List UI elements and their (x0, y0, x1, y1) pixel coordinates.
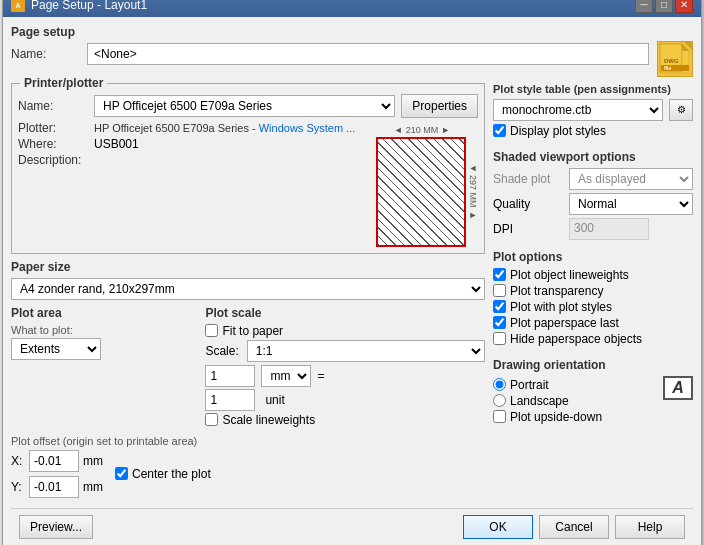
plotter-preview-row: Plotter: HP Officejet 6500 E709a Series … (18, 121, 478, 247)
x-unit: mm (83, 454, 103, 468)
quality-row: Quality Normal (493, 193, 693, 215)
scale-value-row: mm = (205, 365, 485, 387)
center-plot-row: Center the plot (115, 467, 211, 481)
minimize-button[interactable]: ─ (635, 0, 653, 13)
cancel-button[interactable]: Cancel (539, 515, 609, 539)
plot-scale-label: Plot scale (205, 306, 485, 320)
quality-label: Quality (493, 197, 563, 211)
paper-size-select[interactable]: A4 zonder rand, 210x297mm (11, 278, 485, 300)
y-label: Y: (11, 480, 25, 494)
properties-button[interactable]: Properties (401, 94, 478, 118)
name-field[interactable]: <None> (87, 43, 649, 65)
plot-transparency-checkbox[interactable] (493, 284, 506, 297)
printer-section-content: Name: HP Officejet 6500 E709a Series Pro… (18, 94, 478, 247)
printer-name-row: Name: HP Officejet 6500 E709a Series Pro… (18, 94, 478, 118)
drawing-orientation-label: Drawing orientation (493, 358, 693, 372)
preview-button[interactable]: Preview... (19, 515, 93, 539)
where-value: USB001 (94, 137, 139, 151)
preview-width-label: ◄ 210 MM ► (366, 125, 478, 135)
plotter-value: HP Officejet 6500 E709a Series - Windows… (94, 122, 355, 134)
svg-text:DWG: DWG (664, 58, 679, 64)
hide-paperspace-label: Hide paperspace objects (510, 332, 642, 346)
help-button[interactable]: Help (615, 515, 685, 539)
plot-lineweights-checkbox[interactable] (493, 268, 506, 281)
plot-paperspace-last-checkbox[interactable] (493, 316, 506, 329)
scale-select[interactable]: 1:1 (247, 340, 485, 362)
plot-styles-checkbox[interactable] (493, 300, 506, 313)
dpi-label: DPI (493, 222, 563, 236)
dialog-title: Page Setup - Layout1 (31, 0, 147, 12)
plot-style-table-select[interactable]: monochrome.ctb (493, 99, 663, 121)
landscape-row: Landscape (493, 394, 602, 408)
shade-plot-select[interactable]: As displayed (569, 168, 693, 190)
printer-name-label: Name: (18, 99, 88, 113)
plot-styles-label: Plot with plot styles (510, 300, 612, 314)
scale-lineweights-checkbox[interactable] (205, 413, 218, 426)
page-setup-name-section: Page setup Name: <None> (11, 25, 649, 69)
plot-scale-section: Plot scale Fit to paper Scale: 1:1 (205, 306, 485, 429)
drawing-orientation-section: Drawing orientation Portrait Landscape (493, 358, 693, 426)
upside-down-row: Plot upside-down (493, 410, 602, 424)
plot-option-5-row: Hide paperspace objects (493, 332, 693, 346)
shade-plot-row: Shade plot As displayed (493, 168, 693, 190)
shaded-viewport-label: Shaded viewport options (493, 150, 693, 164)
scale-row: Scale: 1:1 (205, 340, 485, 362)
y-unit: mm (83, 480, 103, 494)
bottom-buttons: Preview... OK Cancel Help (11, 508, 693, 545)
svg-text:A: A (15, 2, 20, 9)
printer-section-label: Printer/plotter (20, 76, 107, 90)
dpi-row: DPI 300 (493, 218, 693, 240)
plot-option-4-row: Plot paperspace last (493, 316, 693, 330)
page-setup-dialog: A Page Setup - Layout1 ─ □ ✕ Page setup … (2, 0, 702, 545)
paper-size-section: Paper size A4 zonder rand, 210x297mm (11, 260, 485, 300)
ok-button[interactable]: OK (463, 515, 533, 539)
hide-paperspace-checkbox[interactable] (493, 332, 506, 345)
fit-to-paper-label: Fit to paper (222, 324, 283, 338)
plot-style-edit-button[interactable]: ⚙ (669, 99, 693, 121)
ok-cancel-group: OK Cancel Help (463, 515, 685, 539)
scale-unit-select[interactable]: mm (261, 365, 311, 387)
scale-denominator-input[interactable] (205, 389, 255, 411)
unit-label: unit (265, 393, 284, 407)
scale-numerator-input[interactable] (205, 365, 255, 387)
quality-select[interactable]: Normal (569, 193, 693, 215)
left-panel: Printer/plotter Name: HP Officejet 6500 … (11, 83, 485, 498)
desc-label: Description: (18, 153, 88, 167)
plot-style-table-row: monochrome.ctb ⚙ (493, 99, 693, 121)
center-plot-checkbox[interactable] (115, 467, 128, 480)
orientation-radios: Portrait Landscape Plot upside-down (493, 376, 602, 426)
landscape-radio[interactable] (493, 394, 506, 407)
plotter-link: Windows System ... (259, 122, 356, 134)
plot-option-1-row: Plot object lineweights (493, 268, 693, 282)
plot-lineweights-label: Plot object lineweights (510, 268, 629, 282)
display-plot-styles-checkbox[interactable] (493, 124, 506, 137)
fit-to-paper-checkbox[interactable] (205, 324, 218, 337)
x-input[interactable] (29, 450, 79, 472)
maximize-button[interactable]: □ (655, 0, 673, 13)
orientation-options: Portrait Landscape Plot upside-down (493, 376, 693, 426)
printer-select[interactable]: HP Officejet 6500 E709a Series (94, 95, 395, 117)
x-row: X: mm (11, 450, 103, 472)
dpi-field: 300 (569, 218, 649, 240)
right-panel: Plot style table (pen assignments) monoc… (493, 83, 693, 498)
svg-marker-4 (682, 44, 689, 51)
portrait-label: Portrait (510, 378, 549, 392)
paper-size-label: Paper size (11, 260, 485, 274)
title-bar: A Page Setup - Layout1 ─ □ ✕ (3, 0, 701, 17)
plot-transparency-label: Plot transparency (510, 284, 603, 298)
preview-height-label: ◄ 297 MM ► (468, 163, 478, 220)
name-row: Name: <None> (11, 43, 649, 65)
portrait-radio[interactable] (493, 378, 506, 391)
extents-select[interactable]: Extents (11, 338, 101, 360)
scale-lineweights-row: Scale lineweights (205, 413, 485, 427)
print-preview-container: ◄ 210 MM ► ◄ (366, 125, 478, 247)
preview-with-height: ◄ 297 MM ► (366, 137, 478, 247)
y-input[interactable] (29, 476, 79, 498)
title-bar-left: A Page Setup - Layout1 (11, 0, 147, 12)
plotter-info: Plotter: HP Officejet 6500 E709a Series … (18, 121, 358, 247)
plot-options-label: Plot options (493, 250, 693, 264)
upside-down-checkbox[interactable] (493, 410, 506, 423)
plot-style-table-label: Plot style table (pen assignments) (493, 83, 693, 95)
close-button[interactable]: ✕ (675, 0, 693, 13)
portrait-row: Portrait (493, 378, 602, 392)
